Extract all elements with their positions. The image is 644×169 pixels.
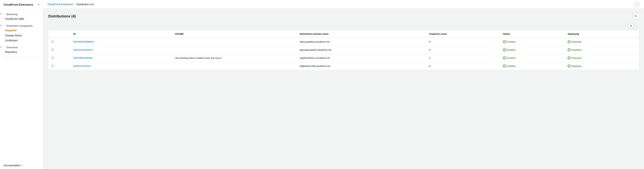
status-badge: ✓ Enabled (503, 40, 562, 43)
status-check-icon: ✓ (503, 64, 506, 68)
table-row[interactable]: EHRZTI679JOLT d3glo9xkcrc06j.cloudfront.… (48, 62, 639, 70)
sidebar-item-certificates[interactable]: Certificates (0, 38, 43, 43)
status-badge: ✓ Enabled (503, 48, 562, 51)
external-link-icon: ↗ (22, 164, 23, 167)
documentation-link[interactable]: Documentation ↗ (4, 164, 39, 167)
row-status-cell: ✓ Enabled (500, 38, 565, 46)
page-header: Distributions (4) ↻ (48, 13, 639, 20)
row-id-cell: EHRZTI679JOLT (70, 62, 172, 70)
pagination-current-page: 1 (628, 23, 634, 28)
deploying-check-icon: ✓ (568, 40, 570, 43)
extensions-chevron-icon: ▼ (0, 46, 2, 48)
deploying-label: Deployed (572, 40, 581, 43)
table-col-status: Status (500, 30, 565, 38)
main-content: CloudFront Extensions › Distribution Lis… (43, 0, 644, 169)
row-cname-cell (172, 62, 297, 70)
distribution-id-link[interactable]: ED0TIRDGHP90K (73, 57, 92, 59)
row-domain-cell: dwhcacjwbfyvj.cloudfront.net (297, 38, 426, 46)
deploying-badge: ✓ Deployed (568, 48, 636, 51)
deploying-label: Deployed (572, 57, 581, 59)
sidebar: CloudFront Extensions × ▼ Monitoring Clo… (0, 0, 43, 169)
sidebar-item-snapshot-label: Snapshot (5, 29, 16, 32)
row-cname-cell: cfe-workshop.demo.solutions.aws.a2z.org.… (172, 54, 297, 62)
table-col-snapshot-count: Snapshot count (426, 30, 500, 38)
row-radio-button[interactable] (51, 48, 54, 51)
refresh-button[interactable]: ↻ (632, 13, 639, 20)
breadcrumb-separator: › (74, 3, 75, 6)
distributions-table: ID CNAME Distribution domain name Snapsh… (48, 30, 639, 70)
row-domain-cell: dpyvapd1zkkw6.cloudfront.net (297, 46, 426, 54)
row-deploying-cell: ✓ Deployed (565, 38, 639, 46)
row-id-cell: ED0TIRDGHP90K (70, 54, 172, 62)
pagination-next-button[interactable]: › (634, 23, 639, 28)
distribution-id-link[interactable]: EBY059XDW8MFG (73, 40, 94, 43)
row-radio-button[interactable] (51, 64, 54, 68)
extensions-label: Extensions (3, 44, 22, 50)
app-title: CloudFront Extensions (4, 3, 33, 6)
content-area: Distributions (4) ↻ ‹ 1 › ID CN (43, 9, 644, 169)
deploying-check-icon: ✓ (568, 56, 570, 59)
row-deploying-cell: ✓ Deployed (565, 62, 639, 70)
status-check-icon: ✓ (503, 40, 506, 43)
info-button[interactable]: i (635, 2, 640, 7)
distribution-id-link[interactable]: EHRZTI679JOLT (73, 65, 91, 68)
deploying-badge: ✓ Deployed (568, 64, 636, 68)
row-id-cell: EBY059XDW8MFG (70, 38, 172, 46)
sidebar-footer: Documentation ↗ (0, 162, 43, 169)
page-title: Distributions (4) (48, 14, 76, 18)
deploying-check-icon: ✓ (568, 48, 570, 51)
sidebar-item-snapshot[interactable]: Snapshot (0, 28, 43, 33)
sidebar-item-cloudfront-traffic[interactable]: CloudFront traffic (0, 16, 43, 22)
row-status-cell: ✓ Enabled (500, 62, 565, 70)
monitoring-chevron-icon: ▼ (0, 13, 2, 15)
row-status-cell: ✓ Enabled (500, 46, 565, 54)
table-row[interactable]: EBY059XDW8MFG dwhcacjwbfyvj.cloudfront.n… (48, 38, 639, 46)
distribution-id-link[interactable]: ENJ2VUOHZRZY1 (73, 48, 93, 51)
status-badge: ✓ Enabled (503, 64, 562, 68)
status-label: Enabled (507, 48, 515, 51)
table-row[interactable]: ED0TIRDGHP90K cfe-workshop.demo.solution… (48, 54, 639, 62)
row-cname-cell (172, 38, 297, 46)
distribution-management-label: Distribution management (3, 23, 36, 28)
breadcrumb-home-link[interactable]: CloudFront Extensions (48, 3, 73, 6)
row-cname-cell (172, 46, 297, 54)
table-col-deploying: Deploying (565, 30, 639, 38)
row-snapshot-count-cell: 0 (426, 38, 500, 46)
status-label: Enabled (507, 40, 515, 43)
deploying-label: Deployed (572, 65, 581, 68)
sidebar-header: CloudFront Extensions × (0, 0, 43, 9)
row-domain-cell: d3glo9xkcrc06j.cloudfront.net (297, 62, 426, 70)
status-badge: ✓ Enabled (503, 56, 562, 59)
monitoring-label: Monitoring (3, 11, 21, 16)
sidebar-item-certificates-label: Certificates (5, 39, 18, 42)
deploying-badge: ✓ Deployed (568, 56, 636, 59)
deploying-check-icon: ✓ (568, 64, 570, 68)
refresh-icon: ↻ (635, 14, 637, 18)
distribution-management-section[interactable]: ▼ Distribution management (0, 23, 43, 28)
sidebar-nav: ▼ Monitoring CloudFront traffic ▼ Distri… (0, 9, 43, 162)
table-col-cname: CNAME (172, 30, 297, 38)
status-check-icon: ✓ (503, 56, 506, 59)
extensions-section[interactable]: ▼ Extensions (0, 44, 43, 50)
sidebar-item-cloudfront-traffic-label: CloudFront traffic (5, 18, 24, 20)
pagination-prev-button[interactable]: ‹ (623, 23, 628, 28)
sidebar-item-change-history[interactable]: Change history (0, 33, 43, 38)
breadcrumb: CloudFront Extensions › Distribution Lis… (48, 3, 94, 6)
table-col-select (48, 30, 70, 38)
status-check-icon: ✓ (503, 48, 506, 51)
monitoring-section[interactable]: ▼ Monitoring (0, 11, 43, 16)
row-status-cell: ✓ Enabled (500, 54, 565, 62)
sidebar-close-button[interactable]: × (38, 3, 39, 6)
row-select-cell (48, 62, 70, 70)
deploying-label: Deployed (572, 48, 581, 51)
table-row[interactable]: ENJ2VUOHZRZY1 dpyvapd1zkkw6.cloudfront.n… (48, 46, 639, 54)
sidebar-item-repository[interactable]: Repository (0, 50, 43, 54)
sidebar-item-repository-label: Repository (5, 50, 17, 54)
status-label: Enabled (507, 65, 515, 68)
row-radio-button[interactable] (51, 56, 54, 59)
pagination: ‹ 1 › (48, 23, 639, 28)
row-radio-button[interactable] (51, 40, 54, 43)
row-snapshot-count-cell: 0 (426, 62, 500, 70)
row-deploying-cell: ✓ Deployed (565, 54, 639, 62)
table-col-id: ID (70, 30, 172, 38)
